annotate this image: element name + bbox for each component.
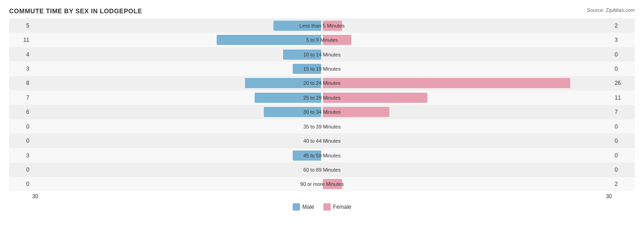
female-value: 11 <box>612 95 635 101</box>
female-value: 0 <box>612 167 635 173</box>
male-value: 0 <box>9 123 32 130</box>
male-bar-container <box>32 50 322 60</box>
male-value: 0 <box>9 167 32 173</box>
female-bar-container <box>322 165 612 175</box>
source-label: Source: ZipAtlas.com <box>587 7 635 13</box>
bars-wrapper: 60 to 89 Minutes <box>32 162 612 177</box>
legend-male-label: Male <box>302 204 314 210</box>
female-bar-container <box>322 122 612 132</box>
legend-female-item: Female <box>323 203 351 211</box>
female-bar-container <box>322 50 612 60</box>
bars-wrapper: Less than 5 Minutes <box>32 18 612 33</box>
male-bar <box>217 35 321 45</box>
bars-wrapper: 45 to 59 Minutes <box>32 148 612 162</box>
bars-wrapper: 40 to 44 Minutes <box>32 134 612 148</box>
male-bar-container <box>32 122 322 132</box>
male-bar-container <box>32 165 322 175</box>
male-value: 0 <box>9 138 32 144</box>
chart-container: COMMUTE TIME BY SEX IN LODGEPOLE Source:… <box>0 0 644 240</box>
female-value: 3 <box>612 37 635 43</box>
male-bar-container <box>32 35 322 45</box>
male-value: 7 <box>9 95 32 101</box>
male-bar <box>264 107 321 117</box>
legend-male-box <box>293 203 300 211</box>
female-value: 2 <box>612 22 635 29</box>
male-bar <box>273 21 321 31</box>
male-value: 3 <box>9 152 32 159</box>
table-row: 8 20 to 24 Minutes 26 <box>9 76 635 90</box>
female-value: 0 <box>612 123 635 130</box>
female-bar-container <box>322 93 612 103</box>
bars-wrapper: 15 to 19 Minutes <box>32 61 612 76</box>
rows-container: 5 Less than 5 Minutes 2 11 5 to 9 Minute… <box>9 18 635 191</box>
male-value: 4 <box>9 51 32 58</box>
female-bar <box>323 78 570 88</box>
female-bar-container <box>322 21 612 31</box>
female-bar-container <box>322 107 612 117</box>
table-row: 0 60 to 89 Minutes 0 <box>9 162 635 177</box>
legend-female-label: Female <box>333 204 351 210</box>
female-bar-container <box>322 64 612 74</box>
female-value: 7 <box>612 109 635 115</box>
table-row: 0 35 to 39 Minutes 0 <box>9 119 635 134</box>
female-value: 2 <box>612 181 635 187</box>
bars-wrapper: 35 to 39 Minutes <box>32 119 612 134</box>
female-bar-container <box>322 35 612 45</box>
male-bar-container <box>32 179 322 189</box>
table-row: 11 5 to 9 Minutes 3 <box>9 33 635 47</box>
female-value: 0 <box>612 66 635 72</box>
axis-right: 30 <box>606 193 612 200</box>
male-bar-container <box>32 64 322 74</box>
female-bar-container <box>322 151 612 161</box>
female-value: 0 <box>612 51 635 58</box>
bars-wrapper: 25 to 29 Minutes <box>32 90 612 105</box>
male-bar <box>255 93 321 103</box>
male-bar-container <box>32 78 322 88</box>
male-value: 11 <box>9 37 32 43</box>
male-bar <box>293 151 321 161</box>
male-value: 8 <box>9 80 32 86</box>
female-value: 0 <box>612 152 635 159</box>
male-value: 5 <box>9 22 32 29</box>
male-value: 6 <box>9 109 32 115</box>
male-bar <box>245 78 321 88</box>
legend: Male Female <box>9 203 635 211</box>
table-row: 7 25 to 29 Minutes 11 <box>9 90 635 105</box>
male-value: 3 <box>9 66 32 72</box>
bars-wrapper: 10 to 14 Minutes <box>32 47 612 61</box>
female-bar <box>323 107 389 117</box>
female-value: 26 <box>612 80 635 86</box>
male-bar <box>283 50 321 60</box>
male-bar-container <box>32 93 322 103</box>
axis-left: 30 <box>32 193 38 200</box>
bars-wrapper: 30 to 34 Minutes <box>32 105 612 119</box>
bars-wrapper: 20 to 24 Minutes <box>32 76 612 90</box>
male-bar-container <box>32 151 322 161</box>
table-row: 5 Less than 5 Minutes 2 <box>9 18 635 33</box>
female-bar <box>323 21 342 31</box>
female-value: 0 <box>612 138 635 144</box>
table-row: 3 45 to 59 Minutes 0 <box>9 148 635 162</box>
bars-wrapper: 5 to 9 Minutes <box>32 33 612 47</box>
axis-labels: 30 30 <box>9 193 635 200</box>
male-bar <box>293 64 321 74</box>
female-bar-container <box>322 179 612 189</box>
female-bar-container <box>322 136 612 146</box>
table-row: 0 40 to 44 Minutes 0 <box>9 134 635 148</box>
male-value: 0 <box>9 181 32 187</box>
legend-male-item: Male <box>293 203 314 211</box>
bars-wrapper: 90 or more Minutes <box>32 177 612 191</box>
male-bar-container <box>32 21 322 31</box>
chart-title: COMMUTE TIME BY SEX IN LODGEPOLE <box>9 7 635 15</box>
female-bar <box>323 93 427 103</box>
legend-female-box <box>323 203 331 211</box>
male-bar-container <box>32 136 322 146</box>
chart-area: 5 Less than 5 Minutes 2 11 5 to 9 Minute… <box>9 18 635 205</box>
female-bar-container <box>322 78 612 88</box>
table-row: 6 30 to 34 Minutes 7 <box>9 105 635 119</box>
female-bar <box>323 179 342 189</box>
table-row: 3 15 to 19 Minutes 0 <box>9 61 635 76</box>
male-bar-container <box>32 107 322 117</box>
table-row: 4 10 to 14 Minutes 0 <box>9 47 635 61</box>
female-bar <box>323 35 351 45</box>
